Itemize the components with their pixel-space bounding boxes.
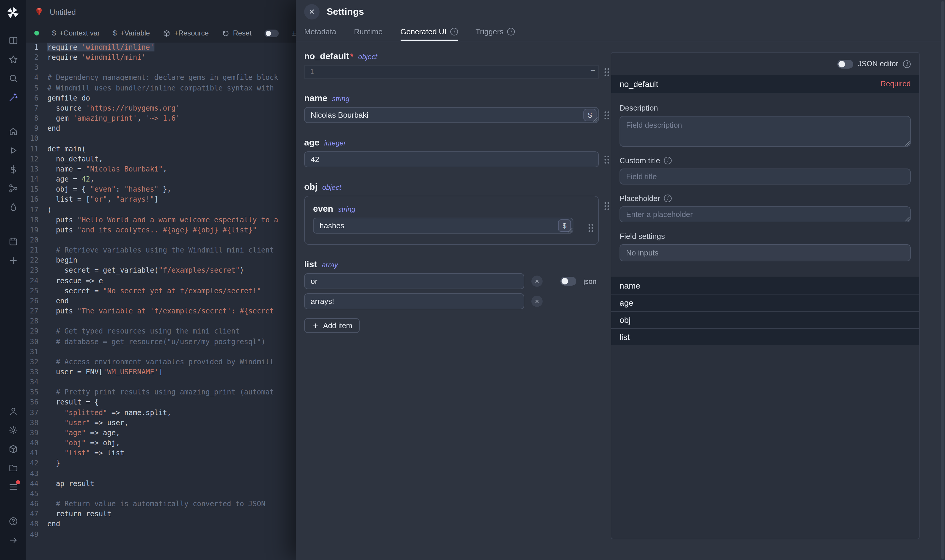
notification-dot bbox=[16, 480, 20, 484]
windmill-logo[interactable] bbox=[0, 0, 26, 26]
resize-corner[interactable] bbox=[567, 228, 573, 233]
tab-label: Runtime bbox=[354, 27, 382, 36]
line-number: 3 bbox=[26, 63, 47, 73]
name-input[interactable] bbox=[304, 107, 599, 123]
panels-icon[interactable] bbox=[0, 31, 26, 50]
even-input[interactable] bbox=[313, 218, 573, 234]
graph-icon[interactable] bbox=[0, 178, 26, 197]
resize-corner[interactable] bbox=[905, 217, 910, 222]
add-item-button[interactable]: Add item bbox=[304, 318, 360, 333]
reset-button[interactable]: Reset bbox=[222, 29, 251, 37]
star-icon[interactable] bbox=[0, 50, 26, 69]
code-text: def main( bbox=[47, 144, 86, 154]
info-icon[interactable]: i bbox=[664, 157, 671, 165]
code-text: require 'windmill/mini' bbox=[47, 52, 146, 63]
description-label: Description bbox=[620, 103, 911, 112]
dollar-icon[interactable] bbox=[0, 160, 26, 178]
add-context-var-button[interactable]: $ +Context var bbox=[52, 29, 100, 37]
plus-icon[interactable] bbox=[0, 251, 26, 270]
info-icon[interactable]: i bbox=[903, 60, 911, 68]
plus-minus-label: ± bbox=[292, 29, 296, 38]
panel-row-name[interactable]: name bbox=[611, 277, 919, 294]
panel-row-list[interactable]: list bbox=[611, 328, 919, 345]
calendar-icon[interactable] bbox=[0, 232, 26, 251]
custom-title-input[interactable] bbox=[620, 169, 911, 185]
tab-generated-ui[interactable]: Generated UIi bbox=[400, 24, 458, 41]
info-icon[interactable]: i bbox=[507, 28, 515, 35]
field-name: obj bbox=[304, 182, 318, 192]
code-text: puts "Hello World and a warm welcome esp… bbox=[47, 215, 278, 225]
drag-handle[interactable] bbox=[604, 155, 609, 164]
line-number: 20 bbox=[26, 235, 47, 245]
add-variable-button[interactable]: $ +Variable bbox=[113, 29, 150, 37]
user-icon[interactable] bbox=[0, 402, 26, 420]
no-default-json-input[interactable]: 1 — bbox=[304, 65, 599, 78]
line-number: 10 bbox=[26, 134, 47, 144]
dollar-icon: $ bbox=[563, 222, 566, 230]
menu-icon[interactable] bbox=[0, 477, 26, 496]
droplet-icon[interactable] bbox=[0, 197, 26, 217]
description-input[interactable] bbox=[620, 116, 911, 147]
list-item-input[interactable] bbox=[304, 273, 524, 289]
tab-triggers[interactable]: Triggersi bbox=[475, 24, 515, 41]
info-icon[interactable]: i bbox=[664, 195, 671, 202]
json-toggle-label: json bbox=[583, 277, 597, 285]
package-icon[interactable] bbox=[0, 439, 26, 458]
sidebar-group bbox=[0, 0, 26, 26]
code-text: gemfile do bbox=[47, 94, 90, 103]
line-number: 45 bbox=[26, 489, 47, 499]
line-number: 37 bbox=[26, 408, 47, 418]
line-number: 11 bbox=[26, 144, 47, 154]
remove-item-button[interactable]: ✕ bbox=[531, 296, 543, 307]
code-text: # Dependency management: declare gems in… bbox=[47, 73, 278, 83]
line-number: 5 bbox=[26, 83, 47, 93]
arrow-right-icon[interactable] bbox=[0, 531, 26, 549]
help-icon[interactable] bbox=[0, 512, 26, 531]
line-number: 36 bbox=[26, 398, 47, 408]
panel-row-obj[interactable]: obj bbox=[611, 311, 919, 328]
selected-field-row[interactable]: no_default Required bbox=[611, 75, 919, 93]
add-resource-button[interactable]: +Resource bbox=[163, 29, 209, 37]
resize-corner[interactable] bbox=[905, 141, 910, 146]
info-icon[interactable]: i bbox=[450, 28, 458, 35]
gear-icon[interactable] bbox=[0, 420, 26, 439]
json-mode-toggle[interactable] bbox=[560, 277, 577, 286]
line-number: 9 bbox=[26, 124, 47, 134]
magic-wand-icon[interactable] bbox=[0, 88, 26, 106]
field-type: string bbox=[332, 95, 349, 103]
modal-scrollbar[interactable] bbox=[941, 1, 944, 559]
tab-runtime[interactable]: Runtime bbox=[354, 24, 382, 41]
field-settings-label: Field settings bbox=[620, 232, 911, 241]
json-editor-toggle[interactable] bbox=[837, 59, 853, 68]
age-input[interactable] bbox=[304, 151, 599, 167]
tab-metadata[interactable]: Metadata bbox=[304, 24, 336, 41]
line-number: 24 bbox=[26, 276, 47, 286]
field-settings-value: No inputs bbox=[620, 244, 911, 262]
field-list: list array ✕ json bbox=[304, 259, 599, 333]
object-group: even string $ bbox=[304, 196, 599, 245]
drag-handle[interactable] bbox=[604, 68, 609, 76]
reset-label: Reset bbox=[233, 29, 251, 37]
home-icon[interactable] bbox=[0, 122, 26, 141]
code-text: } bbox=[47, 458, 60, 469]
play-icon[interactable] bbox=[0, 141, 26, 160]
collapse-icon[interactable]: — bbox=[591, 66, 595, 74]
close-icon: ✕ bbox=[309, 8, 315, 16]
sidebar-group bbox=[0, 402, 26, 496]
drag-handle[interactable] bbox=[604, 111, 609, 120]
line-number: 25 bbox=[26, 286, 47, 296]
diff-toggle[interactable] bbox=[265, 29, 279, 37]
list-item-input[interactable] bbox=[304, 293, 524, 309]
remove-item-button[interactable]: ✕ bbox=[531, 275, 543, 287]
field-list: nameageobjlist bbox=[611, 277, 919, 345]
search-icon[interactable] bbox=[0, 69, 26, 88]
line-number: 19 bbox=[26, 225, 47, 235]
script-title-input[interactable] bbox=[50, 8, 245, 16]
folder-icon[interactable] bbox=[0, 458, 26, 477]
drag-handle[interactable] bbox=[604, 202, 609, 211]
panel-row-age[interactable]: age bbox=[611, 294, 919, 311]
placeholder-input[interactable] bbox=[620, 206, 911, 222]
close-button[interactable]: ✕ bbox=[304, 4, 319, 20]
drag-handle[interactable] bbox=[588, 223, 594, 232]
resize-corner[interactable] bbox=[593, 117, 598, 122]
